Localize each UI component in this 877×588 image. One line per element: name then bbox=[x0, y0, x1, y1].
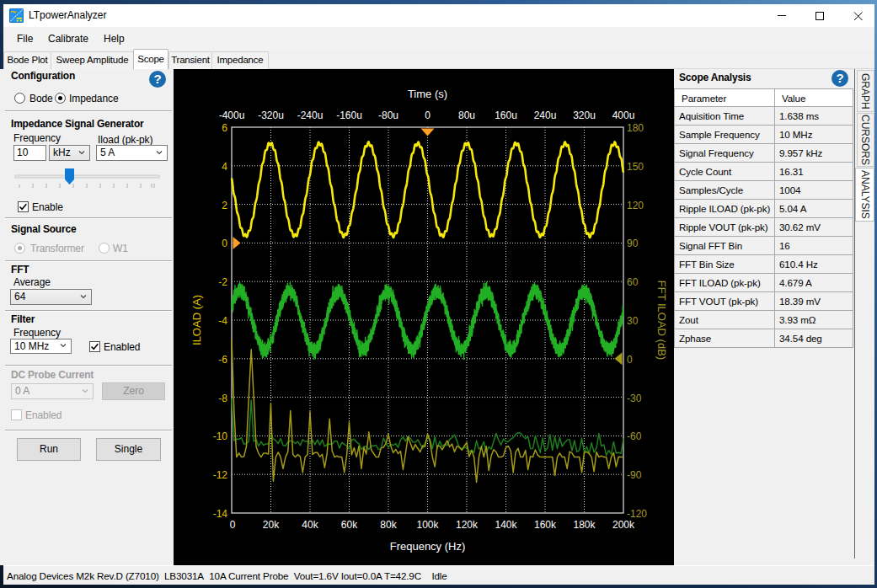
svg-text:Time (s): Time (s) bbox=[408, 88, 447, 100]
svg-text:120: 120 bbox=[627, 200, 644, 211]
svg-text:0: 0 bbox=[230, 519, 236, 531]
svg-text:4: 4 bbox=[222, 161, 227, 173]
svg-text:20k: 20k bbox=[263, 519, 280, 531]
svg-text:FFT ILOAD (dB): FFT ILOAD (dB) bbox=[655, 281, 668, 360]
svg-text:-80u: -80u bbox=[378, 110, 398, 121]
svg-text:-400u: -400u bbox=[219, 110, 245, 121]
svg-text:100k: 100k bbox=[416, 519, 439, 531]
svg-text:0: 0 bbox=[222, 238, 227, 249]
svg-text:60: 60 bbox=[627, 276, 639, 288]
svg-text:ILOAD (A): ILOAD (A) bbox=[190, 295, 203, 345]
svg-text:40k: 40k bbox=[302, 519, 318, 531]
svg-text:80k: 80k bbox=[380, 519, 397, 531]
svg-text:160k: 160k bbox=[534, 519, 557, 531]
svg-text:-4: -4 bbox=[218, 315, 227, 327]
svg-text:-12: -12 bbox=[213, 469, 228, 481]
svg-text:-8: -8 bbox=[218, 393, 227, 404]
svg-text:0: 0 bbox=[425, 110, 430, 121]
svg-text:150: 150 bbox=[627, 161, 644, 173]
svg-text:-60: -60 bbox=[627, 430, 642, 442]
svg-text:240u: 240u bbox=[534, 110, 557, 121]
svg-text:Frequency (Hz): Frequency (Hz) bbox=[390, 540, 466, 553]
svg-text:-160u: -160u bbox=[336, 110, 362, 121]
svg-text:-14: -14 bbox=[213, 508, 228, 520]
svg-text:30: 30 bbox=[627, 315, 639, 327]
svg-text:-240u: -240u bbox=[297, 110, 324, 121]
svg-text:6: 6 bbox=[222, 122, 227, 134]
svg-text:400u: 400u bbox=[612, 110, 635, 121]
svg-text:180k: 180k bbox=[573, 519, 596, 531]
svg-text:-10: -10 bbox=[213, 430, 228, 442]
svg-text:0: 0 bbox=[627, 354, 633, 366]
svg-text:160u: 160u bbox=[495, 110, 517, 121]
svg-text:-2: -2 bbox=[218, 276, 227, 288]
svg-text:140k: 140k bbox=[495, 519, 517, 531]
svg-text:-90: -90 bbox=[627, 469, 642, 481]
svg-text:60k: 60k bbox=[341, 519, 358, 531]
svg-text:180: 180 bbox=[627, 122, 644, 134]
svg-text:-6: -6 bbox=[218, 354, 227, 366]
svg-text:90: 90 bbox=[627, 238, 639, 249]
svg-text:200k: 200k bbox=[612, 519, 635, 531]
svg-text:2: 2 bbox=[222, 200, 227, 211]
svg-text:-320u: -320u bbox=[258, 110, 284, 121]
svg-text:-120: -120 bbox=[627, 508, 647, 520]
svg-text:320u: 320u bbox=[573, 110, 596, 121]
svg-text:120k: 120k bbox=[456, 519, 479, 531]
svg-text:80u: 80u bbox=[458, 110, 475, 121]
svg-text:-30: -30 bbox=[627, 393, 642, 404]
